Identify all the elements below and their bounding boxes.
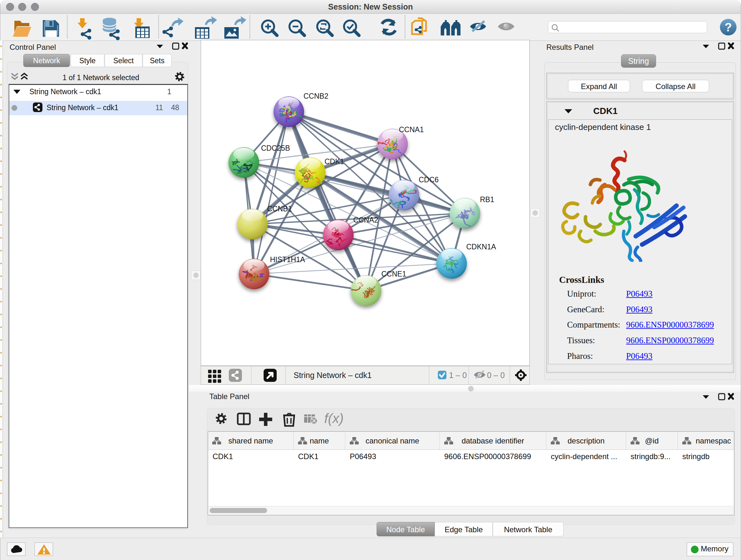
svg-text:CCNA2: CCNA2	[353, 216, 378, 224]
svg-text:f(x): f(x)	[324, 411, 344, 426]
svg-text:CCNE1: CCNE1	[381, 270, 406, 278]
svg-text:CCNB1: CCNB1	[267, 205, 292, 213]
svg-text:?: ?	[725, 21, 732, 34]
svg-text:CDC25B: CDC25B	[261, 144, 290, 152]
svg-text:CDKN1A: CDKN1A	[466, 243, 496, 251]
svg-text:CCNB2: CCNB2	[304, 92, 328, 100]
svg-text:HIST1H1A: HIST1H1A	[270, 255, 306, 264]
svg-text:RB1: RB1	[480, 195, 494, 204]
svg-text:CDC6: CDC6	[419, 176, 439, 184]
svg-text:CCNA1: CCNA1	[399, 125, 424, 134]
svg-text:CDK1: CDK1	[325, 158, 344, 166]
